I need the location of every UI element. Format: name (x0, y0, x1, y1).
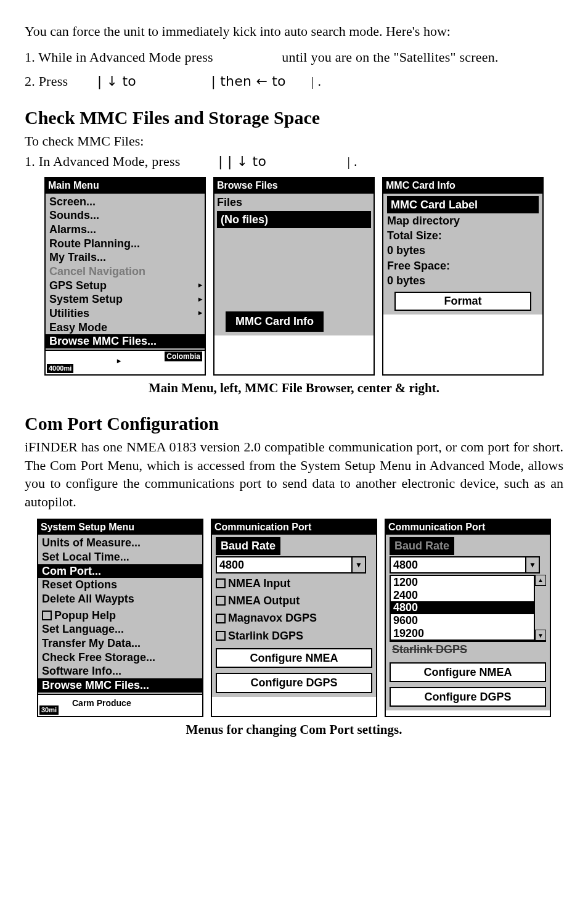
opt-nmea-input[interactable]: NMEA Input (216, 576, 372, 591)
baud-rate-label: Baud Rate (216, 537, 280, 554)
baud-option-9600[interactable]: 9600 (391, 614, 539, 627)
baud-option-2400[interactable]: 2400 (391, 589, 539, 602)
baud-rate-label-disabled: Baud Rate (390, 537, 454, 554)
baud-rate-select[interactable]: 4800 ▼ (216, 556, 366, 574)
figure-2-caption: Menus for changing Com Port settings. (25, 721, 563, 738)
baud-option-1200[interactable]: 1200 (391, 576, 539, 589)
mmc-free-space-value: 0 bytes (387, 273, 539, 288)
configure-nmea-button-2[interactable]: Configure NMEA (390, 662, 546, 682)
checkbox-icon (216, 614, 226, 623)
menu-item-delete-waypts[interactable]: Delete All Waypts (38, 592, 202, 606)
checkbox-icon (216, 596, 226, 606)
scroll-down-icon[interactable]: ▼ (535, 630, 546, 641)
baud-rate-value-open: 4800 (391, 557, 525, 572)
menu-item-route-planning[interactable]: Route Planning... (46, 237, 205, 251)
step-1-tail: until you are on the "Satellites" screen… (282, 49, 498, 65)
mmc-free-space-label: Free Space: (387, 258, 539, 273)
map-scale-2: 30mi (39, 705, 59, 715)
main-menu-title: Main Menu (46, 178, 205, 194)
menu-item-check-storage[interactable]: Check Free Storage... (38, 651, 202, 665)
menu-item-sounds[interactable]: Sounds... (46, 208, 205, 223)
mmc-step-1: 1. In Advanced Mode, press | | ↓ to | . (25, 152, 563, 171)
configure-dgps-button-2[interactable]: Configure DGPS (390, 687, 546, 707)
system-setup-panel: System Setup Menu Units of Measure... Se… (37, 519, 203, 717)
com-port-title-1: Communication Port (212, 520, 376, 535)
menu-item-gps-setup[interactable]: GPS Setup▸ (46, 279, 205, 293)
cursor-icon: ▸ (117, 356, 121, 366)
menu-item-set-language[interactable]: Set Language... (38, 622, 202, 636)
mmc-card-label-field[interactable]: MMC Card Label (387, 196, 539, 213)
checkbox-icon (42, 611, 52, 620)
checkbox-icon (216, 578, 226, 588)
baud-rate-select-open[interactable]: 4800 ▼ (390, 556, 540, 574)
listbox-scrollbar[interactable]: ▲ ▼ (534, 575, 546, 641)
browse-files-header: Files (217, 195, 371, 210)
menu-item-screen[interactable]: Screen... (46, 195, 205, 209)
figure-1-caption: Main Menu, left, MMC File Browser, cente… (25, 379, 563, 397)
configure-nmea-button[interactable]: Configure NMEA (216, 648, 372, 668)
baud-option-19200[interactable]: 19200 (391, 627, 539, 640)
main-menu-panel: Main Menu Screen... Sounds... Alarms... … (44, 177, 206, 376)
menu-item-cancel-navigation: Cancel Navigation (46, 265, 205, 279)
menu-item-browse-mmc-2[interactable]: Browse MMC Files... (38, 678, 202, 693)
system-setup-title: System Setup Menu (38, 520, 202, 535)
chevron-down-icon[interactable]: ▼ (351, 557, 365, 572)
map-preview-2: Carm Produce 30mi (38, 694, 202, 716)
browse-files-panel: Browse Files Files (No files) MMC Card I… (213, 177, 375, 376)
baud-rate-listbox[interactable]: 1200 2400 4800 9600 19200 ▲ ▼ (390, 575, 540, 641)
step-1: 1. While in Advanced Mode press until yo… (25, 48, 563, 67)
menu-item-my-trails[interactable]: My Trails... (46, 250, 205, 265)
com-port-paragraph: iFINDER has one NMEA 0183 version 2.0 co… (25, 438, 563, 511)
baud-rate-value: 4800 (217, 557, 351, 572)
map-preview: ▸ Colombia 4000mi (46, 350, 205, 374)
menu-item-utilities[interactable]: Utilities▸ (46, 306, 205, 321)
format-button[interactable]: Format (394, 292, 531, 310)
intro-paragraph: You can force the unit to immediately ki… (25, 22, 563, 41)
chevron-right-icon: ▸ (198, 281, 202, 290)
menu-item-browse-mmc[interactable]: Browse MMC Files... (46, 334, 205, 348)
scroll-up-icon[interactable]: ▲ (535, 575, 546, 586)
opt-nmea-output[interactable]: NMEA Output (216, 593, 372, 608)
chevron-right-icon: ▸ (198, 295, 202, 304)
baud-option-4800[interactable]: 4800 (391, 601, 539, 614)
menu-item-easy-mode[interactable]: Easy Mode (46, 321, 205, 335)
configure-dgps-button[interactable]: Configure DGPS (216, 673, 372, 693)
chevron-down-icon[interactable]: ▼ (525, 557, 539, 572)
menu-item-set-local-time[interactable]: Set Local Time... (38, 550, 202, 564)
mmc-card-info-button[interactable]: MMC Card Info (226, 311, 324, 331)
menu-item-transfer-data[interactable]: Transfer My Data... (38, 636, 202, 651)
file-none[interactable]: (No files) (217, 211, 371, 228)
map-label: Colombia (165, 352, 202, 361)
step-2-press: 2. Press (25, 73, 68, 89)
mmc-step-1-end: | . (348, 154, 357, 169)
opt-starlink-dgps[interactable]: Starlink DGPS (216, 628, 372, 643)
menu-item-popup-help[interactable]: Popup Help (38, 609, 202, 623)
menu-item-reset-options[interactable]: Reset Options (38, 578, 202, 592)
com-port-panel-closed: Communication Port Baud Rate 4800 ▼ NMEA… (211, 519, 377, 717)
menu-item-units[interactable]: Units of Measure... (38, 536, 202, 550)
mmc-intro: To check MMC Files: (25, 132, 563, 150)
com-port-panel-open: Communication Port Baud Rate 4800 ▼ 1200… (385, 519, 551, 717)
mmc-total-size-value: 0 bytes (387, 243, 539, 258)
map-scale: 4000mi (47, 364, 73, 373)
menu-item-system-setup[interactable]: System Setup▸ (46, 292, 205, 306)
partial-covered-option: Starlink DGPS (390, 641, 546, 657)
step-1-prefix: 1. While in Advanced Mode press (25, 49, 213, 65)
menu-item-alarms[interactable]: Alarms... (46, 223, 205, 237)
checkbox-icon (216, 631, 226, 641)
step-2-then: | then ← to (211, 73, 285, 89)
menu-item-com-port[interactable]: Com Port... (38, 564, 202, 578)
mmc-card-info-title: MMC Card Info (383, 178, 542, 194)
browse-files-title: Browse Files (214, 178, 374, 194)
mmc-step-1-prefix: 1. In Advanced Mode, press (25, 154, 181, 169)
heading-com-port: Com Port Configuration (25, 411, 563, 437)
menu-item-software-info[interactable]: Software Info... (38, 664, 202, 678)
step-2-end: | . (311, 73, 321, 89)
opt-magnavox-dgps[interactable]: Magnavox DGPS (216, 611, 372, 625)
com-port-title-2: Communication Port (386, 520, 550, 535)
mmc-directory: Map directory (387, 213, 539, 228)
step-2: 2. Press | ↓ to | then ← to | . (25, 72, 563, 91)
chevron-right-icon: ▸ (198, 309, 202, 318)
figure-row-2: System Setup Menu Units of Measure... Se… (25, 519, 563, 717)
mmc-card-info-panel: MMC Card Info MMC Card Label Map directo… (382, 177, 544, 376)
